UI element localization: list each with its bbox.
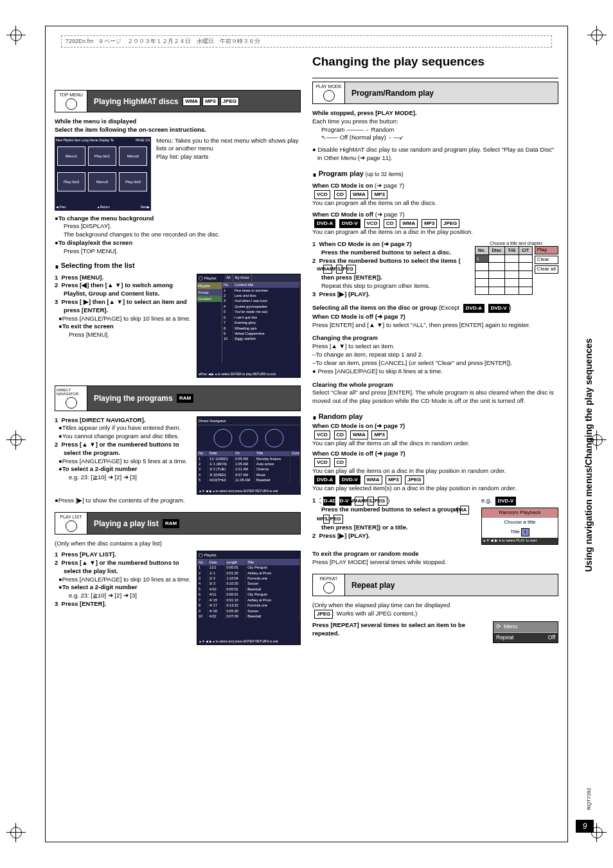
sel-all: Selecting all the items on the disc or g… <box>312 304 437 311</box>
rand-panel-footer: ▲▼ ◀ ▶ ● to select PLAY to start <box>482 538 558 544</box>
exit-txt: Press [PLAY MODE] several times while st… <box>312 558 558 567</box>
arrow-icon: ———→ <box>346 127 371 133</box>
side-group: Group <box>197 289 222 296</box>
pl-only: (Only when the disc contains a play list… <box>55 540 301 548</box>
direct-navigator-icon: DIRECT NAVIGATOR <box>55 385 87 411</box>
main-heading: Changing the play sequences <box>312 55 558 69</box>
exit-heading: To exit the program or random mode <box>312 550 558 558</box>
fmt-badge: VCD <box>364 219 380 228</box>
cm-on: When CD Mode is on <box>312 182 373 189</box>
eg-fmt: DVD-V <box>495 497 517 506</box>
mg-cell: Play list5 <box>119 172 147 191</box>
ch-col-tg: T/G <box>505 247 519 254</box>
pl2c: e.g. 23: [≧10] ➜ [2] ➜ [3] <box>55 592 191 600</box>
playlist-screenshot: ◯ Playlist All By Artist Playlist Group … <box>197 274 301 378</box>
ch-col-ct: C/T <box>519 247 532 254</box>
while-menu: While the menu is displayed <box>55 118 301 126</box>
playlist-table-screenshot: ◯ Playlist No.DateLengthTitle111/10:00:0… <box>197 551 301 645</box>
step3c: Press [MENU]. <box>55 331 191 339</box>
ch-col-no: No. <box>475 247 488 254</box>
fmt-badge: DVD-A <box>314 475 335 484</box>
clr-txt: Select "Clear all" and press [ENTER]. Th… <box>312 389 558 405</box>
p1: When CD Mode is on (➜ page 7) <box>319 240 412 247</box>
fmt-badge: WMA <box>350 190 368 199</box>
mg-cell: Play list1 <box>88 146 116 166</box>
rnd-off-txt1: You can play all the items on a disc in … <box>312 467 558 475</box>
ribbon-programs: Playing the programs RAM <box>87 385 301 411</box>
menu-hdr-icon: ⟳ <box>496 623 501 630</box>
each-press: Each time you press the button: <box>312 118 558 126</box>
fmt-badge: MP3 <box>386 475 401 484</box>
rand-panel-title: Random Playback <box>482 508 558 518</box>
p2: Press the numbered buttons to select the… <box>319 257 461 264</box>
fmt-badge: JPEG <box>346 265 356 274</box>
fmt-ram2: RAM <box>163 519 179 528</box>
chapter-heading: Choose a title and chapter. <box>475 240 558 246</box>
play-mode-label: PLAY MODE <box>315 84 341 89</box>
rp1: Press the numbered buttons to select a g… <box>321 506 458 514</box>
sel-all-txt: Press [ENTER] and [▲ ▼] to select "ALL",… <box>312 321 558 330</box>
fmt-jpeg: JPEG <box>220 97 239 106</box>
cropmark <box>6 430 26 450</box>
step3b: To exit the screen <box>62 323 114 330</box>
fmt-badge: CD <box>384 219 396 228</box>
press-topmenu: Press [TOP MENU]. <box>55 247 301 256</box>
chg2: –To change an item, repeat step 1 and 2. <box>312 351 558 359</box>
fmt-badge: DVD-V <box>339 219 360 228</box>
rqt-code: RQT7292 <box>586 788 592 810</box>
p3: Press [▶] (PLAY). <box>319 290 370 297</box>
cycle-program: Program <box>321 126 344 133</box>
mg-cell: Menu2 <box>119 146 147 166</box>
selecting-list-heading: Selecting from the list <box>61 261 135 269</box>
fmt-badge: MP3 <box>371 430 387 439</box>
rnd-off: When CD Mode is off (➜ page 7) <box>312 450 558 458</box>
up-to-32: (up to 32 items) <box>366 171 404 177</box>
pl-step3: Press [ENTER]. <box>62 600 107 607</box>
svg-point-0 <box>214 429 232 447</box>
press-display: Press [DISPLAY]. <box>55 222 301 231</box>
fmt-badge: DVD-V <box>488 304 510 313</box>
select-item: Select the item following the on-screen … <box>55 126 301 134</box>
dn2c: e.g. 23: [≧10] ➜ [2] ➜ [3] <box>55 474 191 482</box>
pl2a: Press [ANGLE/PAGE] to skip 10 lines at a… <box>62 576 191 583</box>
mg-title: New Playlist Item Long Name Display Te <box>56 138 114 143</box>
ribbon-repeat-text: Repeat play <box>351 581 395 590</box>
ch-col-disc: Disc <box>488 247 505 254</box>
menu-label: Menu: <box>156 137 173 144</box>
rnd-off-txt2: You can play selected item(s) on a disc … <box>312 484 558 493</box>
dn-footer: ▲▼ ◀ ▶ ● to select and press ENTER RETUR… <box>199 489 299 493</box>
svg-point-1 <box>240 429 258 447</box>
random-play-heading: Random play <box>319 412 363 420</box>
dn3: Press [▶] to show the contents of the pr… <box>58 497 185 504</box>
chg-heading: Changing the program <box>312 334 558 342</box>
fmt-badge: VCD <box>314 458 330 467</box>
direct-navigator-screenshot: Direct Navigator No.DateOnTitleContents1… <box>197 416 301 495</box>
fmt-ram: RAM <box>177 394 193 403</box>
cm-off: When CD Mode is off <box>312 211 373 218</box>
btn-play: Play <box>535 246 558 254</box>
chapter-table: No. Disc T/G C/T 1 <box>475 246 533 295</box>
fmt-badge: CD <box>334 430 347 439</box>
rep2-fmt: JPEG <box>314 610 333 619</box>
rp1post: ) <box>387 497 389 504</box>
page-number: 9 <box>576 820 594 833</box>
cycle-random: Random <box>371 126 395 133</box>
pl2b: To select a 2-digit number <box>62 583 138 590</box>
mg-page: PAGE 1/3 <box>136 138 150 143</box>
chg3: –To clear an item, press [CANCEL] (or se… <box>312 359 558 368</box>
bg-changes: The background changes to the one record… <box>55 231 301 239</box>
fmt-badge: WMA <box>460 506 469 515</box>
change-bg: To change the menu background <box>58 215 154 222</box>
step1: Press [MENU]. <box>62 274 103 281</box>
menu-grid-screenshot: New Playlist Item Long Name Display Te P… <box>55 137 151 211</box>
mg-cell: Menu3 <box>88 172 116 191</box>
btn-clearall: Clear all <box>535 265 558 274</box>
dn-step1: Press [DIRECT NAVIGATOR]. <box>62 416 146 423</box>
dn-title: Direct Navigator <box>197 417 300 425</box>
fmt-badge: MP3 <box>422 219 437 228</box>
while-stopped: While stopped, press [PLAY MODE]. <box>312 109 558 118</box>
dn1a: Titles appear only if you have entered t… <box>62 424 181 431</box>
dn-step2: Press [▲ ▼] or the numbered buttons to s… <box>62 441 179 456</box>
sel-exc: (Except <box>439 304 459 311</box>
menu-desc: Takes you to the next menu which shows p… <box>156 137 299 152</box>
